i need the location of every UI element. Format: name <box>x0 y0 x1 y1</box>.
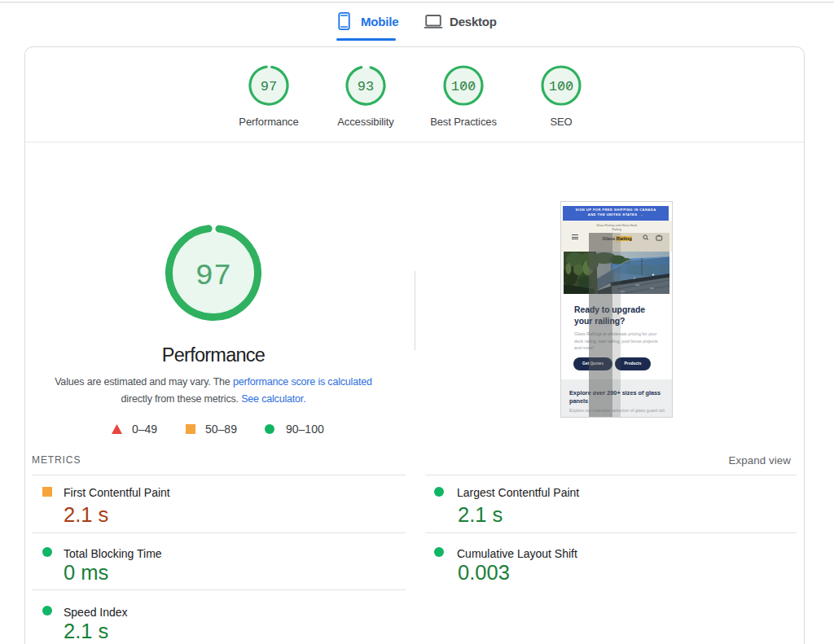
svg-text:100: 100 <box>451 79 476 94</box>
svg-text:97: 97 <box>195 259 231 293</box>
svg-text:93: 93 <box>358 79 374 94</box>
svg-text:100: 100 <box>549 79 574 94</box>
svg-text:97: 97 <box>261 79 277 94</box>
